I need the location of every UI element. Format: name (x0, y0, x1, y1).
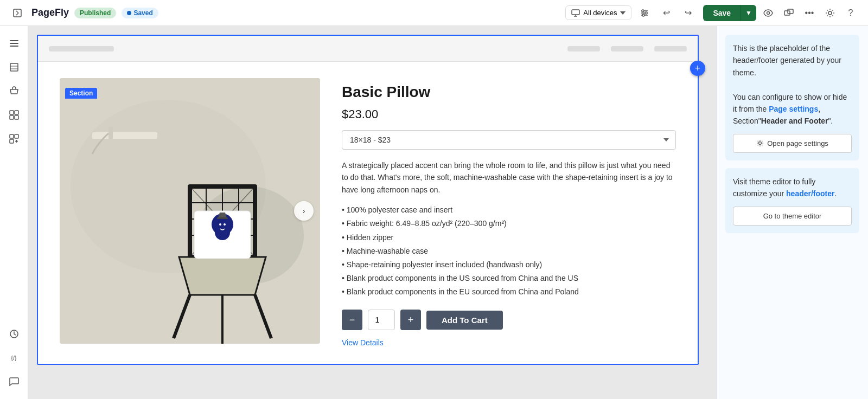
header-footer-link: Header and Footer (761, 117, 828, 125)
feature-6: • Blank product components in the US sou… (342, 272, 676, 285)
sidebar-chat-icon[interactable] (3, 371, 25, 392)
sliders-icon (640, 8, 649, 18)
panel-card-text-1: This is the placeholder of the header/fo… (733, 42, 852, 79)
svg-point-15 (828, 11, 832, 15)
settings-button[interactable] (821, 4, 839, 22)
saved-label: Saved (133, 9, 152, 17)
quantity-decrease-button[interactable]: − (342, 310, 362, 330)
gear-small-icon (756, 139, 764, 147)
svg-point-54 (224, 223, 226, 226)
panel-text-2c: ". (828, 117, 833, 125)
svg-point-10 (645, 12, 647, 14)
open-page-settings-button[interactable]: Open page settings (733, 134, 852, 153)
quantity-cart-row: − + Add To Cart (342, 310, 676, 330)
product-features: • 100% polyester case and insert • Fabri… (342, 203, 676, 299)
product-title: Basic Pillow (342, 83, 676, 101)
svg-rect-27 (15, 134, 18, 138)
svg-point-56 (759, 142, 762, 145)
product-price: $23.00 (342, 107, 676, 121)
svg-rect-25 (15, 115, 18, 119)
chevron-down-icon (620, 11, 626, 15)
svg-point-52 (215, 225, 230, 240)
svg-rect-23 (15, 111, 18, 114)
product-image (60, 78, 320, 344)
svg-line-2 (16, 13, 18, 15)
svg-rect-16 (10, 40, 18, 41)
panel-card-header-footer: This is the placeholder of the header/fo… (725, 35, 859, 160)
add-to-cart-button[interactable]: Add To Cart (426, 311, 503, 330)
sidebar-layers-icon[interactable] (3, 56, 25, 78)
placeholder-bar-2 (567, 46, 600, 52)
device-selector[interactable]: All devices (565, 5, 631, 20)
main-layout: {/} Section + (0, 26, 868, 399)
view-details-link[interactable]: View Details (342, 338, 384, 347)
share-button[interactable] (780, 4, 797, 22)
share-icon (784, 8, 794, 18)
left-sidebar: {/} (0, 26, 28, 399)
svg-rect-55 (217, 217, 228, 219)
svg-point-12 (767, 11, 770, 14)
svg-rect-22 (10, 111, 14, 114)
panel-card2-text: Visit theme editor to fully customize yo… (733, 176, 852, 200)
right-panel: This is the placeholder of the header/fo… (716, 26, 868, 399)
page-settings-link: Page settings (769, 105, 818, 113)
redo-button[interactable]: ↪ (679, 4, 697, 22)
sidebar-history-icon[interactable] (3, 323, 25, 345)
topbar-left: PageFly Published Saved (9, 4, 559, 22)
feature-1: • 100% polyester case and insert (342, 203, 676, 217)
svg-point-53 (219, 223, 221, 226)
saved-dot (127, 11, 131, 15)
svg-rect-14 (788, 9, 793, 14)
sidebar-add-section-icon[interactable] (3, 128, 25, 150)
product-description: A strategically placed accent can bring … (342, 159, 676, 196)
svg-point-9 (642, 10, 644, 12)
topbar: PageFly Published Saved All devices (0, 0, 868, 26)
feature-7: • Blank product components in the EU sou… (342, 285, 676, 299)
svg-rect-18 (10, 46, 18, 47)
add-section-button[interactable]: + (690, 61, 705, 76)
saved-badge: Saved (122, 8, 158, 18)
save-button-group: Save ▼ (703, 5, 756, 21)
save-button[interactable]: Save (703, 5, 741, 21)
quantity-increase-button[interactable]: + (400, 310, 421, 330)
sidebar-code-icon[interactable]: {/} (3, 347, 25, 369)
svg-line-1 (16, 11, 18, 13)
published-badge: Published (74, 8, 116, 18)
svg-rect-35 (108, 127, 113, 139)
image-next-button[interactable]: › (294, 201, 314, 221)
svg-rect-13 (784, 11, 790, 15)
product-section: › Basic Pillow $23.00 18×18 - $23 A stra… (38, 62, 698, 364)
settings-adjust-button[interactable] (636, 4, 653, 22)
variant-select[interactable]: 18×18 - $23 (342, 130, 676, 150)
eye-icon (763, 8, 773, 18)
svg-point-11 (642, 14, 644, 16)
preview-button[interactable] (760, 4, 777, 22)
open-settings-label: Open page settings (767, 139, 828, 147)
quantity-input[interactable] (368, 310, 395, 330)
save-dropdown-button[interactable]: ▼ (741, 5, 756, 21)
product-image-wrap: › (60, 78, 320, 344)
header-footer-link-2: header/footer (786, 189, 834, 198)
svg-rect-17 (10, 43, 18, 44)
sidebar-menu-icon[interactable] (3, 33, 25, 54)
page-canvas: + (37, 35, 699, 365)
back-button[interactable] (9, 4, 26, 22)
sidebar-grid-icon[interactable] (3, 104, 25, 126)
more-button[interactable]: ••• (801, 4, 818, 22)
svg-rect-3 (572, 10, 579, 15)
sidebar-store-icon[interactable] (3, 80, 25, 102)
feature-4: • Machine-washable case (342, 244, 676, 258)
help-button[interactable]: ? (842, 4, 859, 22)
header-placeholder (38, 36, 698, 62)
svg-rect-24 (10, 115, 14, 119)
svg-rect-28 (10, 139, 14, 143)
svg-rect-19 (10, 63, 18, 71)
undo-button[interactable]: ↩ (658, 4, 675, 22)
svg-rect-34 (92, 132, 157, 139)
gear-icon (825, 8, 835, 18)
go-to-theme-editor-button[interactable]: Go to theme editor (733, 207, 852, 226)
placeholder-bar-1 (49, 46, 114, 52)
app-logo: PageFly (31, 7, 69, 18)
canvas-area: Section + (28, 26, 716, 399)
feature-3: • Hidden zipper (342, 231, 676, 244)
